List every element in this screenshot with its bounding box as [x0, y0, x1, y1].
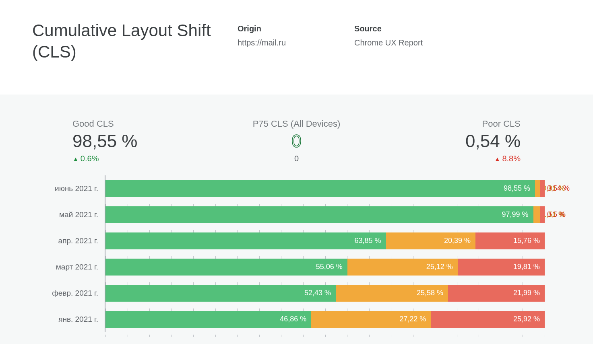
- bar-segment-poor: 0,5 %: [540, 206, 545, 223]
- bar-segment-label: 25,92 %: [513, 315, 540, 323]
- header-meta: Origin https://mail.ru Source Chrome UX …: [238, 20, 561, 47]
- chart-row: март 2021 г.55,06 %25,12 %19,81 %: [105, 254, 545, 280]
- origin-value: https://mail.ru: [238, 38, 286, 47]
- metric-delta: ▲8.8%: [371, 154, 521, 163]
- chart-row: июнь 2021 г.98,55 %0,91 %0,54 %: [105, 175, 545, 202]
- metric-delta: 0: [222, 154, 371, 163]
- metric-delta: ▲0.6%: [72, 154, 222, 163]
- origin-label: Origin: [238, 24, 286, 33]
- bar-segment-good: 98,55 %: [105, 180, 535, 197]
- bar-segment-ni: 25,12 %: [347, 259, 458, 276]
- bar-track: 98,55 %0,91 %0,54 %: [105, 175, 545, 202]
- bar-track: 97,99 %1,51 %0,5 %: [105, 202, 545, 228]
- chart-row: май 2021 г.97,99 %1,51 %0,5 %: [105, 202, 545, 228]
- bar-segment-good: 97,99 %: [105, 206, 533, 223]
- report-header: Cumulative Layout Shift (CLS) Origin htt…: [0, 0, 593, 95]
- category-label: апр. 2021 г.: [33, 236, 105, 245]
- bar-track: 46,86 %27,22 %25,92 %: [105, 306, 545, 332]
- metric-p75-cls: P75 CLS (All Devices) 0 0: [222, 119, 371, 163]
- origin-block: Origin https://mail.ru: [238, 24, 286, 47]
- bar-segment-label: 52,43 %: [304, 289, 331, 297]
- bar-segment-poor: 0,54 %: [540, 180, 545, 197]
- metric-label: P75 CLS (All Devices): [222, 119, 371, 129]
- bar-segment-good: 63,85 %: [105, 232, 386, 249]
- metric-good-cls: Good CLS 98,55 % ▲0.6%: [72, 119, 222, 163]
- metric-delta-value: 8.8%: [502, 154, 521, 163]
- stacked-bar: 63,85 %20,39 %15,76 %: [105, 232, 545, 249]
- cls-distribution-chart: июнь 2021 г.98,55 %0,91 %0,54 %май 2021 …: [32, 175, 561, 332]
- category-label: июнь 2021 г.: [33, 184, 105, 193]
- bar-segment-label: 55,06 %: [316, 263, 343, 271]
- source-label: Source: [354, 24, 423, 33]
- metric-delta-value: 0.6%: [81, 154, 99, 163]
- bar-segment-label: 97,99 %: [502, 210, 529, 219]
- bar-segment-good: 46,86 %: [105, 311, 311, 328]
- bar-segment-label: 20,39 %: [444, 236, 471, 245]
- bar-segment-label: 98,55 %: [504, 184, 530, 193]
- arrow-up-icon: ▲: [494, 156, 501, 162]
- summary-metrics: Good CLS 98,55 % ▲0.6% P75 CLS (All Devi…: [32, 119, 561, 175]
- metric-label: Good CLS: [72, 119, 222, 129]
- bar-segment-label: 46,86 %: [280, 315, 306, 323]
- metric-delta-value: 0: [294, 154, 299, 163]
- category-label: март 2021 г.: [33, 263, 105, 271]
- bar-segment-good: 55,06 %: [105, 259, 347, 276]
- arrow-up-icon: ▲: [72, 156, 79, 162]
- stacked-bar: 97,99 %1,51 %0,5 %: [105, 206, 545, 223]
- bar-segment-poor: 21,99 %: [448, 285, 545, 302]
- category-label: янв. 2021 г.: [33, 315, 105, 324]
- bar-segment-ni: 27,22 %: [311, 311, 431, 328]
- bar-segment-label: 25,12 %: [426, 263, 453, 271]
- bar-segment-label: 19,81 %: [513, 263, 540, 271]
- axis-ticks: [105, 335, 545, 337]
- chart-row: янв. 2021 г.46,86 %27,22 %25,92 %: [105, 306, 545, 332]
- metric-value: 0,54 %: [371, 132, 521, 151]
- category-label: май 2021 г.: [33, 210, 105, 219]
- stacked-bar: 52,43 %25,58 %21,99 %: [105, 285, 545, 302]
- stacked-bar: 98,55 %0,91 %0,54 %: [105, 180, 545, 197]
- bar-track: 63,85 %20,39 %15,76 %: [105, 228, 545, 254]
- bar-segment-label: 21,99 %: [513, 289, 540, 297]
- bar-segment-label: 25,58 %: [417, 289, 443, 297]
- metric-poor-cls: Poor CLS 0,54 % ▲8.8%: [371, 119, 521, 163]
- bar-segment-ni: 25,58 %: [336, 285, 448, 302]
- category-label: февр. 2021 г.: [33, 289, 105, 298]
- metrics-and-chart: Good CLS 98,55 % ▲0.6% P75 CLS (All Devi…: [0, 95, 593, 344]
- metric-value: 98,55 %: [72, 132, 222, 151]
- bar-segment-label: 0,54 %: [547, 184, 570, 193]
- bar-segment-poor: 15,76 %: [475, 232, 545, 249]
- chart-row: февр. 2021 г.52,43 %25,58 %21,99 %: [105, 280, 545, 306]
- metric-value: 0: [222, 132, 371, 151]
- stacked-bar: 46,86 %27,22 %25,92 %: [105, 311, 545, 328]
- bar-segment-label: 0,5 %: [547, 210, 566, 219]
- bar-track: 55,06 %25,12 %19,81 %: [105, 254, 545, 280]
- page-title: Cumulative Layout Shift (CLS): [32, 20, 238, 62]
- bar-segment-poor: 19,81 %: [458, 259, 545, 276]
- source-value: Chrome UX Report: [354, 38, 423, 47]
- bar-track: 52,43 %25,58 %21,99 %: [105, 280, 545, 306]
- bar-segment-ni: 20,39 %: [386, 232, 475, 249]
- metric-label: Poor CLS: [371, 119, 521, 129]
- chart-row: апр. 2021 г.63,85 %20,39 %15,76 %: [105, 228, 545, 254]
- chart-plot-area: июнь 2021 г.98,55 %0,91 %0,54 %май 2021 …: [105, 175, 545, 332]
- bar-segment-poor: 25,92 %: [431, 311, 545, 328]
- bar-segment-label: 27,22 %: [399, 315, 426, 323]
- bar-segment-good: 52,43 %: [105, 285, 336, 302]
- bar-segment-ni: 1,51 %: [533, 206, 540, 223]
- bar-segment-ni: 0,91 %: [535, 180, 540, 197]
- source-block: Source Chrome UX Report: [354, 24, 423, 47]
- bar-segment-label: 15,76 %: [513, 236, 540, 245]
- bar-segment-label: 63,85 %: [355, 236, 381, 245]
- stacked-bar: 55,06 %25,12 %19,81 %: [105, 259, 545, 276]
